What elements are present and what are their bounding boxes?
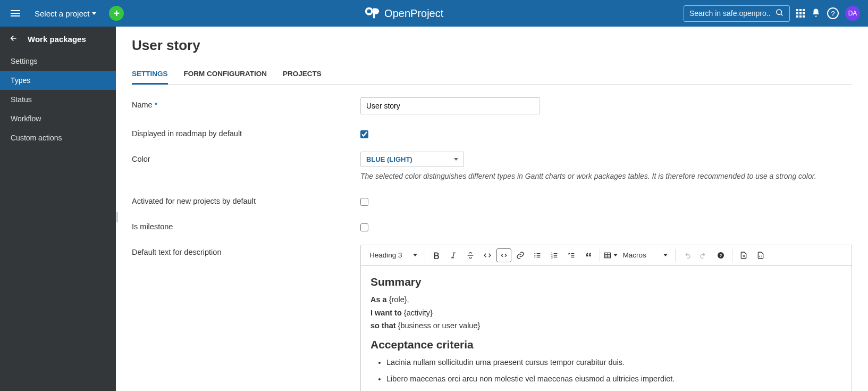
svg-point-8	[534, 255, 535, 256]
sidebar-header: Work packages	[0, 27, 116, 52]
heading-dropdown[interactable]: Heading 3	[365, 248, 422, 262]
svg-text:3: 3	[551, 256, 553, 259]
chevron-down-icon	[663, 254, 668, 256]
main-content: User story SETTINGS FORM CONFIGURATION P…	[116, 27, 868, 391]
user-avatar[interactable]: DA	[845, 6, 860, 21]
roadmap-label: Displayed in roadmap by default	[132, 126, 360, 138]
svg-line-29	[745, 256, 745, 257]
logo-text: OpenProject	[384, 7, 443, 20]
undo-button[interactable]	[679, 247, 695, 263]
source-button[interactable]	[753, 247, 769, 263]
sidebar-resize-handle[interactable]	[114, 209, 117, 225]
sidebar-item-types[interactable]: Types	[0, 71, 116, 90]
name-input[interactable]	[360, 97, 540, 114]
chevron-down-icon	[92, 12, 96, 15]
sidebar-item-custom-actions[interactable]: Custom actions	[0, 128, 116, 147]
tab-settings[interactable]: SETTINGS	[132, 64, 168, 85]
list-item: Lacinia nullam sollicitudin urna praesen…	[386, 356, 842, 368]
apps-grid-icon[interactable]	[796, 9, 805, 18]
editor-toolbar: Heading 3 123	[361, 245, 852, 266]
rich-text-editor: Heading 3 123	[360, 245, 852, 391]
acceptance-criteria-list: Lacinia nullam sollicitudin urna praesen…	[370, 356, 842, 391]
page-title: User story	[132, 37, 852, 54]
code-block-button[interactable]	[496, 248, 511, 262]
bold-button[interactable]	[428, 247, 444, 263]
name-label: Name *	[132, 97, 360, 109]
openproject-logo-icon	[364, 4, 380, 23]
back-arrow-icon[interactable]	[10, 34, 18, 44]
topbar: Select a project + OpenProject ? DA	[0, 0, 868, 27]
table-button[interactable]	[603, 247, 618, 263]
help-icon[interactable]: ?	[827, 7, 839, 19]
preview-button[interactable]	[736, 247, 752, 263]
add-button[interactable]: +	[109, 6, 124, 21]
svg-point-28	[743, 255, 745, 256]
project-selector-label: Select a project	[35, 9, 89, 18]
svg-text:?: ?	[719, 253, 722, 257]
milestone-label: Is milestone	[132, 219, 360, 231]
quote-button[interactable]	[580, 247, 596, 263]
svg-line-2	[781, 14, 782, 15]
sidebar-title: Work packages	[28, 35, 86, 44]
activated-label: Activated for new projects by default	[132, 194, 360, 205]
tab-form-configuration[interactable]: FORM CONFIGURATION	[184, 64, 267, 84]
search-icon	[776, 9, 784, 19]
svg-point-9	[534, 256, 535, 257]
chevron-down-icon	[613, 254, 618, 256]
logo[interactable]: OpenProject	[124, 4, 684, 23]
tabs: SETTINGS FORM CONFIGURATION PROJECTS	[132, 64, 852, 85]
numbered-list-button[interactable]: 123	[546, 247, 562, 263]
italic-button[interactable]	[445, 247, 461, 263]
svg-point-1	[777, 10, 781, 14]
tab-projects[interactable]: PROJECTS	[283, 64, 322, 84]
svg-line-5	[452, 253, 454, 257]
task-list-button[interactable]	[563, 247, 579, 263]
notifications-icon[interactable]	[811, 8, 821, 19]
roadmap-checkbox[interactable]	[360, 130, 368, 138]
summary-heading: Summary	[370, 273, 842, 291]
sidebar-item-status[interactable]: Status	[0, 90, 116, 109]
acceptance-heading: Acceptance criteria	[370, 336, 842, 354]
milestone-checkbox[interactable]	[360, 223, 368, 231]
color-select-value: BLUE (LIGHT)	[366, 155, 412, 163]
link-button[interactable]	[512, 247, 528, 263]
sidebar-item-workflow[interactable]: Workflow	[0, 109, 116, 128]
svg-point-7	[534, 253, 535, 254]
chevron-down-icon	[454, 158, 458, 161]
color-select[interactable]: BLUE (LIGHT)	[360, 152, 464, 167]
editor-content-area[interactable]: Summary As a {role}, I want to {activity…	[361, 266, 852, 391]
hamburger-menu-icon[interactable]	[8, 7, 23, 19]
description-label: Default text for description	[132, 245, 360, 256]
activated-checkbox[interactable]	[360, 198, 368, 206]
list-item: Condimentum ullamcorper augue habitasse …	[386, 389, 842, 391]
macros-dropdown[interactable]: Macros	[619, 248, 672, 262]
search-box[interactable]	[684, 5, 790, 22]
sidebar-item-settings[interactable]: Settings	[0, 52, 116, 71]
code-button[interactable]	[479, 247, 495, 263]
list-item: Libero maecenas orci arcu non molestie v…	[386, 373, 842, 385]
redo-button[interactable]	[696, 247, 712, 263]
editor-help-button[interactable]: ?	[713, 247, 729, 263]
project-selector[interactable]: Select a project	[35, 9, 96, 18]
strikethrough-button[interactable]	[462, 247, 478, 263]
color-label: Color	[132, 152, 360, 163]
color-hint: The selected color distinguishes differe…	[360, 171, 823, 182]
svg-point-0	[366, 8, 372, 14]
bullet-list-button[interactable]	[529, 247, 545, 263]
chevron-down-icon	[413, 254, 417, 256]
sidebar: Work packages Settings Types Status Work…	[0, 27, 116, 391]
search-input[interactable]	[689, 9, 771, 18]
